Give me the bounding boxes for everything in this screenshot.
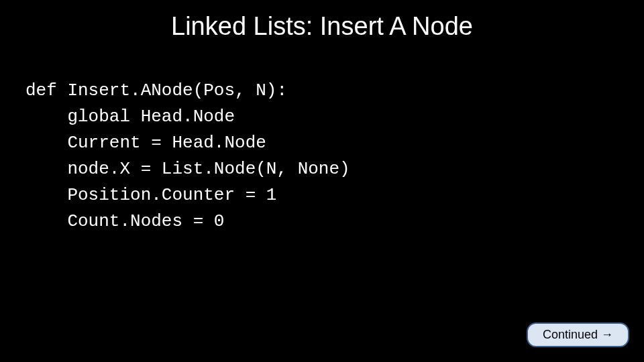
arrow-right-icon: → — [601, 328, 613, 341]
slide: Linked Lists: Insert A Node def Insert.A… — [0, 0, 644, 362]
code-line-2: global Head.Node — [25, 107, 235, 127]
code-line-6: Count.Nodes = 0 — [25, 211, 224, 231]
code-line-4: node.X = List.Node(N, None) — [25, 159, 350, 179]
continued-label: Continued — [543, 328, 601, 341]
continued-button[interactable]: Continued → — [527, 322, 629, 347]
code-block: def Insert.ANode(Pos, N): global Head.No… — [25, 78, 350, 235]
code-line-1: def Insert.ANode(Pos, N): — [25, 80, 287, 101]
code-line-5: Position.Counter = 1 — [25, 185, 276, 205]
code-line-3: Current = Head.Node — [25, 133, 266, 153]
slide-title: Linked Lists: Insert A Node — [0, 12, 644, 41]
